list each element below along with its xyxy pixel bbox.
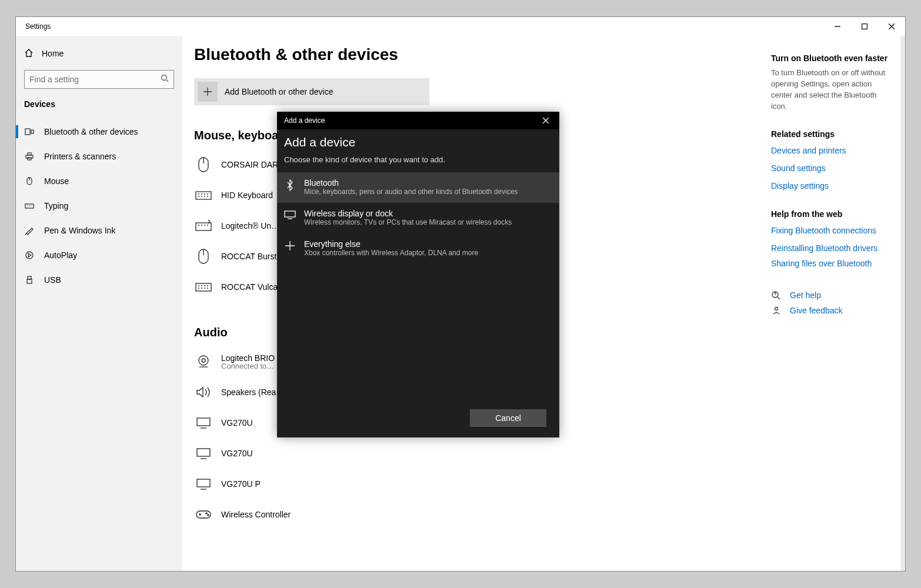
device-name: VG270U: [221, 449, 253, 458]
autoplay-icon: [24, 250, 35, 260]
keyboard-icon: [194, 278, 213, 296]
home-icon: [24, 48, 34, 59]
display-icon: [284, 209, 296, 219]
link-share-bt[interactable]: Sharing files over Bluetooth: [771, 259, 889, 268]
option-desc: Mice, keyboards, pens or audio and other…: [304, 188, 518, 196]
plus-icon: [284, 239, 296, 251]
cancel-button[interactable]: Cancel: [470, 409, 546, 427]
svg-rect-19: [197, 418, 210, 426]
sidebar-home[interactable]: Home: [16, 42, 182, 65]
mouse-icon: [24, 176, 35, 186]
settings-window: Settings Home: [15, 16, 906, 572]
device-row[interactable]: VG270U: [194, 438, 753, 469]
option-title: Bluetooth: [304, 178, 518, 188]
search-icon: [161, 74, 169, 85]
link-devices-printers[interactable]: Devices and printers: [771, 146, 889, 155]
dialog-bar-title: Add a device: [284, 116, 325, 125]
sidebar-item-pen[interactable]: Pen & Windows Ink: [16, 218, 182, 243]
device-name: ROCCAT Burst…: [221, 252, 285, 261]
sidebar-item-label: Typing: [44, 201, 68, 211]
sidebar-item-mouse[interactable]: Mouse: [16, 169, 182, 193]
plus-icon: [198, 82, 218, 102]
gamepad-icon: [194, 505, 213, 524]
maximize-button[interactable]: [851, 17, 878, 36]
close-button[interactable]: [878, 17, 905, 36]
link-sound-settings[interactable]: Sound settings: [771, 163, 889, 173]
help-icon: [771, 290, 782, 300]
tip-body: To turn Bluetooth on or off without open…: [771, 68, 889, 112]
option-wireless-display[interactable]: Wireless display or dock Wireless monito…: [277, 203, 559, 233]
sidebar-item-bluetooth[interactable]: Bluetooth & other devices: [16, 119, 182, 144]
add-device-dialog: Add a device Add a device Choose the kin…: [277, 112, 559, 437]
sidebar-item-typing[interactable]: Typing: [16, 193, 182, 218]
minimize-button[interactable]: [824, 17, 851, 36]
sidebar-category: Devices: [16, 95, 182, 119]
sidebar-item-label: Printers & scanners: [44, 152, 116, 161]
svg-rect-20: [197, 449, 210, 456]
search-field[interactable]: [29, 75, 161, 84]
pen-icon: [24, 226, 35, 235]
svg-rect-27: [285, 211, 295, 217]
device-name: Wireless Controller: [221, 510, 291, 519]
sidebar-item-printers[interactable]: Printers & scanners: [16, 144, 182, 169]
related-pane: Turn on Bluetooth even faster To turn Bl…: [765, 36, 900, 571]
svg-rect-2: [25, 129, 30, 135]
give-feedback-label: Give feedback: [790, 306, 843, 315]
scrollbar[interactable]: [900, 36, 905, 571]
sidebar-item-label: Pen & Windows Ink: [44, 226, 115, 235]
sidebar: Home Devices Bluetooth & other devices: [16, 36, 182, 571]
keyboard-icon: [24, 201, 35, 211]
option-desc: Wireless monitors, TVs or PCs that use M…: [304, 218, 512, 226]
option-everything-else[interactable]: Everything else Xbox controllers with Wi…: [277, 233, 559, 264]
svg-rect-14: [196, 223, 211, 230]
dialog-titlebar: Add a device: [277, 112, 559, 129]
option-bluetooth[interactable]: Bluetooth Mice, keyboards, pens or audio…: [277, 172, 559, 203]
svg-point-24: [208, 514, 209, 516]
speaker-icon: [194, 383, 213, 402]
link-fix-bt[interactable]: Fixing Bluetooth connections: [771, 226, 889, 235]
bluetooth-icon: [284, 178, 296, 191]
svg-rect-5: [28, 153, 31, 155]
title-bar: Settings: [16, 17, 905, 36]
get-help-label: Get help: [790, 290, 821, 300]
mouse-icon: [194, 247, 213, 266]
sidebar-item-usb[interactable]: USB: [16, 268, 182, 292]
sidebar-item-label: USB: [44, 275, 61, 285]
monitor-icon: [194, 413, 213, 432]
search-input[interactable]: [24, 70, 174, 89]
link-display-settings[interactable]: Display settings: [771, 181, 889, 191]
sidebar-nav: Bluetooth & other devices Printers & sca…: [16, 119, 182, 292]
device-name: VG270U P: [221, 479, 261, 489]
monitor-icon: [194, 475, 213, 493]
link-reinstall-bt[interactable]: Reinstalling Bluetooth drivers: [771, 243, 889, 253]
svg-point-18: [202, 359, 205, 362]
monitor-icon: [194, 444, 213, 463]
svg-point-17: [199, 356, 208, 365]
device-sub: Connected to…: [221, 362, 275, 370]
tip-title: Turn on Bluetooth even faster: [771, 54, 889, 63]
svg-rect-3: [31, 130, 34, 133]
get-help-link[interactable]: Get help: [771, 290, 889, 300]
svg-point-26: [775, 308, 778, 310]
device-row[interactable]: VG270U P: [194, 469, 753, 499]
keyboard-icon: [194, 216, 213, 235]
give-feedback-link[interactable]: Give feedback: [771, 306, 889, 315]
svg-rect-21: [197, 479, 210, 487]
device-name: VG270U: [221, 418, 253, 427]
keyboard-icon: [194, 186, 213, 205]
svg-point-23: [206, 513, 207, 514]
devices-icon: [24, 127, 35, 136]
mouse-icon: [194, 155, 213, 174]
svg-point-1: [162, 75, 167, 81]
dialog-title: Add a device: [277, 133, 559, 152]
device-name: HID Keyboard: [221, 191, 273, 200]
page-title: Bluetooth & other devices: [194, 45, 753, 64]
printer-icon: [24, 152, 35, 161]
add-device-row[interactable]: Add Bluetooth or other device: [194, 78, 429, 105]
sidebar-item-autoplay[interactable]: AutoPlay: [16, 243, 182, 268]
dialog-close-button[interactable]: [532, 112, 559, 129]
sidebar-item-label: Mouse: [44, 176, 69, 186]
device-row[interactable]: Wireless Controller: [194, 499, 753, 530]
help-head: Help from the web: [771, 209, 889, 219]
device-name: ROCCAT Vulca…: [221, 282, 286, 292]
